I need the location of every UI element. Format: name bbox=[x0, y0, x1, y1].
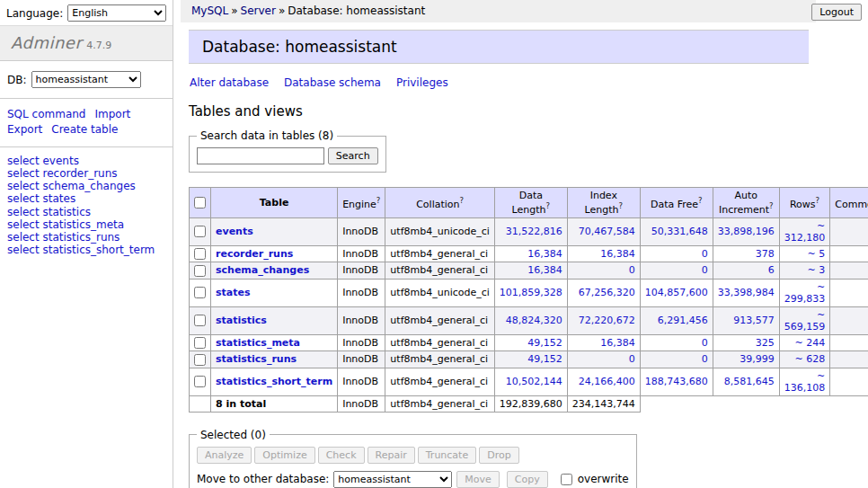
data-length-link[interactable]: 10,502,144 bbox=[506, 376, 562, 387]
table-name-link[interactable]: events bbox=[42, 155, 78, 167]
table-link[interactable]: statistics_meta bbox=[216, 337, 300, 349]
row-checkbox[interactable] bbox=[194, 265, 206, 277]
data-free-link[interactable]: 50,331,648 bbox=[651, 226, 708, 237]
row-checkbox[interactable] bbox=[194, 287, 206, 298]
data-free-link[interactable]: 188,743,680 bbox=[645, 376, 708, 387]
index-length-link[interactable]: 0 bbox=[629, 264, 635, 276]
row-checkbox[interactable] bbox=[194, 248, 206, 260]
breadcrumb-server-link[interactable]: Server bbox=[241, 4, 276, 17]
auto-increment-link[interactable]: 6 bbox=[768, 264, 775, 276]
index-length-link[interactable]: 67,256,320 bbox=[579, 287, 635, 298]
sql-command-link[interactable]: SQL command bbox=[7, 108, 85, 120]
check-button[interactable]: Check bbox=[318, 447, 365, 464]
table-link[interactable]: schema_changes bbox=[216, 264, 309, 276]
help-link[interactable]: ? bbox=[816, 196, 820, 205]
copy-button[interactable]: Copy bbox=[507, 471, 548, 488]
index-length-link[interactable]: 16,384 bbox=[600, 248, 635, 260]
database-schema-link[interactable]: Database schema bbox=[284, 76, 381, 89]
auto-increment-link[interactable]: 8,581,645 bbox=[724, 376, 775, 387]
rows-link[interactable]: ~ 244 bbox=[795, 337, 826, 349]
move-button[interactable]: Move bbox=[456, 471, 500, 488]
data-free-link[interactable]: 0 bbox=[702, 337, 708, 349]
export-link[interactable]: Export bbox=[7, 123, 42, 136]
index-length-link[interactable]: 24,166,400 bbox=[579, 376, 635, 387]
import-link[interactable]: Import bbox=[94, 108, 130, 120]
help-link[interactable]: ? bbox=[619, 201, 624, 210]
data-length-link[interactable]: 101,859,328 bbox=[500, 287, 562, 298]
row-checkbox[interactable] bbox=[194, 226, 206, 237]
rows-link[interactable]: ~ 5 bbox=[808, 248, 826, 260]
overwrite-checkbox[interactable] bbox=[561, 474, 572, 485]
rows-link[interactable]: ~ 628 bbox=[795, 353, 826, 365]
data-free-link[interactable]: 104,857,600 bbox=[645, 287, 708, 298]
data-free-link[interactable]: 0 bbox=[702, 264, 708, 276]
truncate-button[interactable]: Truncate bbox=[418, 447, 476, 464]
data-length-link[interactable]: 31,522,816 bbox=[506, 226, 562, 237]
rows-link[interactable]: ~ 569,159 bbox=[784, 309, 826, 333]
index-length-link[interactable]: 72,220,672 bbox=[579, 315, 635, 326]
table-link[interactable]: statistics_runs bbox=[216, 353, 297, 365]
table-name-link[interactable]: statistics bbox=[42, 206, 91, 218]
data-length-link[interactable]: 49,152 bbox=[527, 353, 562, 365]
auto-increment-link[interactable]: 325 bbox=[756, 337, 775, 349]
rows-link[interactable]: ~ 312,180 bbox=[784, 220, 826, 244]
auto-increment-link[interactable]: 33,898,196 bbox=[718, 226, 775, 237]
select-link[interactable]: select bbox=[7, 167, 40, 180]
select-link[interactable]: select bbox=[7, 218, 40, 231]
table-link[interactable]: statistics_short_term bbox=[216, 376, 332, 387]
help-link[interactable]: ? bbox=[376, 196, 381, 205]
index-length-link[interactable]: 70,467,584 bbox=[579, 226, 635, 237]
auto-increment-link[interactable]: 913,577 bbox=[733, 315, 775, 326]
data-length-link[interactable]: 16,384 bbox=[527, 264, 562, 276]
rows-link[interactable]: ~ 299,833 bbox=[784, 281, 826, 305]
help-link[interactable]: ? bbox=[769, 201, 774, 210]
select-link[interactable]: select bbox=[7, 192, 40, 205]
help-link[interactable]: ? bbox=[460, 196, 465, 205]
table-link[interactable]: recorder_runs bbox=[216, 248, 293, 260]
table-link[interactable]: statistics bbox=[216, 315, 267, 326]
table-name-link[interactable]: states bbox=[42, 192, 75, 205]
rows-link[interactable]: ~ 3 bbox=[808, 264, 826, 276]
auto-increment-link[interactable]: 33,398,984 bbox=[718, 287, 775, 298]
optimize-button[interactable]: Optimize bbox=[254, 447, 314, 464]
select-link[interactable]: select bbox=[7, 244, 40, 256]
search-button[interactable]: Search bbox=[328, 147, 378, 164]
data-length-link[interactable]: 16,384 bbox=[527, 248, 562, 260]
help-link[interactable]: ? bbox=[698, 196, 703, 205]
auto-increment-link[interactable]: 378 bbox=[756, 248, 775, 260]
analyze-button[interactable]: Analyze bbox=[197, 447, 252, 464]
table-link[interactable]: states bbox=[216, 287, 251, 298]
help-link[interactable]: ? bbox=[546, 201, 551, 210]
table-name-link[interactable]: statistics_short_term bbox=[42, 244, 155, 256]
logout-button[interactable]: Logout bbox=[811, 4, 862, 21]
table-link[interactable]: events bbox=[216, 226, 253, 237]
drop-button[interactable]: Drop bbox=[479, 447, 518, 464]
create-table-link[interactable]: Create table bbox=[51, 123, 118, 136]
rows-link[interactable]: ~ 136,108 bbox=[784, 370, 826, 394]
select-link[interactable]: select bbox=[7, 180, 40, 192]
search-input[interactable] bbox=[197, 147, 324, 164]
move-db-select[interactable]: homeassistant bbox=[333, 471, 452, 488]
select-link[interactable]: select bbox=[7, 155, 40, 167]
language-select[interactable]: English bbox=[67, 4, 166, 22]
select-all-checkbox[interactable] bbox=[194, 197, 206, 209]
data-length-link[interactable]: 48,824,320 bbox=[506, 315, 562, 326]
index-length-link[interactable]: 16,384 bbox=[600, 337, 635, 349]
row-checkbox[interactable] bbox=[194, 376, 206, 387]
privileges-link[interactable]: Privileges bbox=[396, 76, 448, 89]
data-free-link[interactable]: 0 bbox=[702, 248, 708, 260]
table-name-link[interactable]: schema_changes bbox=[42, 180, 135, 192]
data-length-link[interactable]: 49,152 bbox=[527, 337, 562, 349]
index-length-link[interactable]: 0 bbox=[629, 353, 635, 365]
data-free-link[interactable]: 0 bbox=[702, 353, 708, 365]
row-checkbox[interactable] bbox=[194, 337, 206, 349]
select-link[interactable]: select bbox=[7, 231, 40, 244]
repair-button[interactable]: Repair bbox=[368, 447, 415, 464]
table-name-link[interactable]: statistics_runs bbox=[42, 231, 120, 244]
db-select[interactable]: homeassistant bbox=[31, 71, 141, 88]
alter-database-link[interactable]: Alter database bbox=[190, 76, 269, 89]
select-link[interactable]: select bbox=[7, 206, 40, 218]
auto-increment-link[interactable]: 39,999 bbox=[740, 353, 775, 365]
data-free-link[interactable]: 6,291,456 bbox=[658, 315, 708, 326]
table-name-link[interactable]: recorder_runs bbox=[42, 167, 117, 180]
